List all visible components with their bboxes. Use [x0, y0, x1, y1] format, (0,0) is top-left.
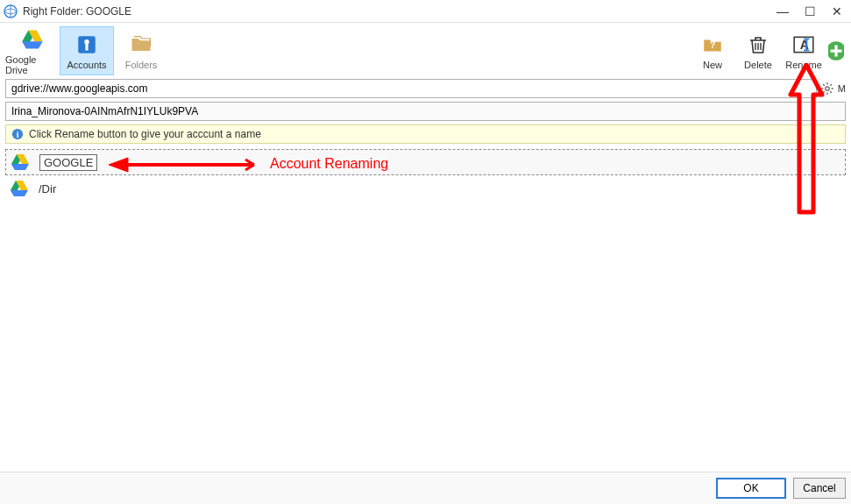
svg-line-17	[830, 91, 832, 93]
delete-button[interactable]: Delete	[737, 26, 779, 75]
svg-line-19	[830, 84, 832, 86]
folders-label: Folders	[125, 60, 158, 70]
accounts-icon	[74, 32, 100, 58]
ok-button[interactable]: OK	[716, 478, 786, 499]
folders-icon	[128, 32, 154, 58]
google-drive-button[interactable]: Google Drive	[5, 26, 60, 75]
info-icon: i	[11, 128, 24, 140]
info-bar: i Click Rename button to give your acccu…	[5, 124, 846, 144]
plus-icon	[828, 38, 844, 64]
new-folder-icon: ?	[699, 32, 726, 58]
account-input[interactable]	[5, 102, 846, 121]
google-drive-icon	[19, 26, 46, 53]
new-button[interactable]: ? New	[691, 26, 734, 75]
dir-label: /Dir	[39, 182, 56, 195]
titlebar: Right Folder: GOOGLE — ☐ ✕	[0, 0, 851, 23]
svg-text:?: ?	[710, 39, 716, 50]
extra-button[interactable]	[828, 26, 844, 75]
dialog-buttons: OK Cancel	[0, 472, 851, 504]
m-label: M	[838, 83, 846, 94]
delete-label: Delete	[744, 60, 772, 70]
svg-point-2	[84, 39, 89, 44]
folders-button[interactable]: Folders	[114, 26, 168, 75]
main-toolbar: Google Drive Accounts Folders ? New Del	[0, 23, 851, 79]
accounts-label: Accounts	[67, 60, 106, 70]
new-label: New	[703, 60, 722, 70]
info-text: Click Rename button to give your acccunt…	[29, 128, 261, 140]
annotation-arrow-up	[787, 63, 826, 221]
cancel-button[interactable]: Cancel	[793, 478, 846, 499]
maximize-button[interactable]: ☐	[805, 5, 816, 18]
annotation-arrow-left	[105, 154, 263, 175]
app-icon	[4, 4, 18, 18]
annotation-text: Account Renaming	[270, 156, 388, 172]
svg-point-11	[826, 87, 829, 90]
accounts-button[interactable]: Accounts	[60, 26, 114, 75]
svg-marker-26	[791, 65, 822, 212]
url-input[interactable]	[5, 79, 817, 98]
google-drive-label: Google Drive	[5, 54, 60, 75]
account-name-editable[interactable]: GOOGLE	[39, 154, 97, 171]
svg-marker-23	[109, 158, 128, 172]
close-button[interactable]: ✕	[832, 5, 842, 18]
minimize-button[interactable]: —	[777, 5, 789, 18]
window-controls: — ☐ ✕	[777, 5, 847, 18]
trash-icon	[745, 32, 771, 58]
svg-text:i: i	[17, 130, 19, 139]
google-drive-icon	[9, 178, 30, 199]
rename-icon: A	[791, 32, 817, 58]
svg-rect-3	[85, 44, 88, 51]
window-title: Right Folder: GOOGLE	[23, 5, 777, 18]
list-row[interactable]: /Dir	[5, 175, 846, 202]
google-drive-icon	[10, 152, 31, 173]
